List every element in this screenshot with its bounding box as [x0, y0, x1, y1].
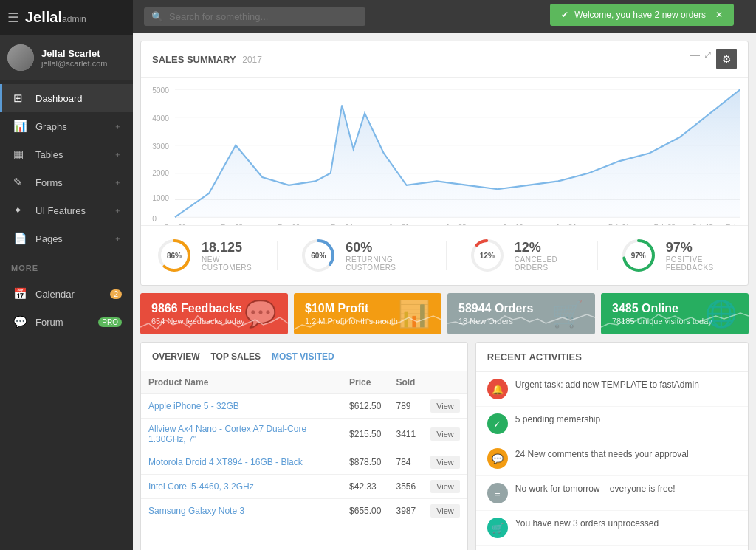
- sidebar-item-dashboard[interactable]: ⊞ Dashboard: [0, 84, 133, 112]
- summary-header: SALES SUMMARY 2017 — ⤢ ⚙: [141, 41, 748, 78]
- cell-product-name: Motorola Droid 4 XT894 - 16GB - Black: [141, 450, 342, 475]
- col-sold: Sold: [388, 371, 423, 394]
- svg-text:0: 0: [152, 213, 157, 222]
- overview-panel: OVERVIEW TOP SALES MOST VISITED Product …: [140, 342, 468, 550]
- view-button[interactable]: View: [430, 456, 460, 469]
- topbar: 🔍 ✔ Welcome, you have 2 new orders ✕: [133, 0, 756, 33]
- activity-icon: ≡: [487, 483, 508, 503]
- user-email: jellal@scarlet.com: [41, 59, 126, 68]
- view-button[interactable]: View: [430, 399, 460, 413]
- stat-desc-returning: RETURNING CUSTOMERS: [346, 255, 424, 272]
- svg-text:Dec 01: Dec 01: [164, 222, 185, 225]
- svg-text:Feb 08: Feb 08: [654, 222, 676, 225]
- stat-value-positive: 97%: [666, 240, 733, 255]
- stat-ring-new-customers: 86%: [156, 237, 193, 274]
- metric-card-feedbacks: 9866 Feedbacks 654 New feedbacks today 💬: [140, 293, 288, 334]
- sidebar-item-ui-features[interactable]: ✦ UI Features ＋: [0, 196, 133, 224]
- cell-sold: 3987: [388, 499, 423, 523]
- cell-view: View: [423, 394, 467, 419]
- search-icon: 🔍: [151, 11, 163, 22]
- product-link[interactable]: Samsung Galaxy Note 3: [148, 506, 244, 516]
- forum-badge: PRO: [98, 317, 122, 327]
- cell-price: $655.00: [342, 499, 388, 523]
- settings-button[interactable]: ⚙: [716, 49, 737, 69]
- activity-text: No work for tomorrow – everyone is free!: [515, 483, 676, 495]
- sidebar: ☰ Jellaladmin Jellal Scarlet jellal@scar…: [0, 0, 133, 550]
- svg-text:Dec 24: Dec 24: [331, 222, 353, 225]
- hamburger-icon[interactable]: ☰: [7, 10, 19, 26]
- activity-item: 🔔 Urgent task: add new TEMPLATE to fastA…: [476, 372, 748, 407]
- cell-view: View: [423, 499, 467, 523]
- cell-product-name: Allview Ax4 Nano - Cortex A7 Dual-Core 1…: [141, 419, 342, 450]
- product-link[interactable]: Apple iPhone 5 - 32GB: [148, 401, 239, 411]
- stat-desc-positive: POSITIVE FEEDBACKS: [666, 255, 733, 272]
- svg-text:Feb 01: Feb 01: [608, 222, 630, 225]
- table-row: Intel Core i5-4460, 3.2GHz $42.33 3556 V…: [141, 475, 467, 499]
- expand-icon: ＋: [114, 121, 122, 132]
- view-button[interactable]: View: [430, 427, 460, 441]
- ui-features-icon: ✦: [13, 204, 28, 217]
- user-name: Jellal Scarlet: [41, 48, 126, 59]
- cell-sold: 789: [388, 394, 423, 419]
- stat-value-new-customers: 18.125: [202, 240, 255, 255]
- table-row: Allview Ax4 Nano - Cortex A7 Dual-Core 1…: [141, 419, 467, 450]
- tab-most-visited[interactable]: MOST VISITED: [272, 351, 334, 362]
- search-bar[interactable]: 🔍: [144, 7, 365, 26]
- expand-icon[interactable]: ⤢: [704, 49, 712, 69]
- pages-icon: 📄: [13, 232, 28, 245]
- cell-price: $42.33: [342, 475, 388, 499]
- svg-text:1000: 1000: [152, 193, 169, 202]
- activity-text: Urgent task: add new TEMPLATE to fastAdm…: [515, 379, 699, 391]
- product-link[interactable]: Allview Ax4 Nano - Cortex A7 Dual-Core 1…: [148, 424, 306, 444]
- product-link[interactable]: Intel Core i5-4460, 3.2GHz: [148, 481, 254, 492]
- sidebar-item-pages[interactable]: 📄 Pages ＋: [0, 224, 133, 252]
- minimize-icon[interactable]: —: [690, 49, 700, 69]
- table-row: Motorola Droid 4 XT894 - 16GB - Black $8…: [141, 450, 467, 475]
- sidebar-item-forum[interactable]: 💬 Forum PRO: [0, 308, 133, 336]
- svg-text:Jan 24: Jan 24: [556, 222, 577, 225]
- forms-icon: ✎: [13, 176, 28, 189]
- sidebar-item-tables[interactable]: ▦ Tables ＋: [0, 140, 133, 168]
- tab-top-sales[interactable]: TOP SALES: [210, 351, 261, 362]
- sidebar-item-label: Graphs: [35, 121, 67, 132]
- product-link[interactable]: Motorola Droid 4 XT894 - 16GB - Black: [148, 457, 303, 467]
- sales-summary-panel: SALES SUMMARY 2017 — ⤢ ⚙ 5000 4000 3000 …: [140, 41, 749, 286]
- cell-product-name: Samsung Galaxy Note 3: [141, 499, 342, 523]
- forum-icon: 💬: [13, 315, 28, 329]
- stat-value-returning: 60%: [346, 240, 424, 255]
- stat-ring-positive: 97%: [620, 237, 657, 274]
- sales-chart: 5000 4000 3000 2000 1000 0: [148, 81, 740, 225]
- sidebar-item-calendar[interactable]: 📅 Calendar 2: [0, 280, 133, 308]
- content-area: SALES SUMMARY 2017 — ⤢ ⚙ 5000 4000 3000 …: [133, 33, 756, 550]
- tab-overview[interactable]: OVERVIEW: [152, 351, 199, 362]
- sidebar-item-label: UI Features: [35, 205, 86, 216]
- sidebar-item-label: Pages: [35, 233, 63, 244]
- view-button[interactable]: View: [430, 480, 460, 493]
- notification-text: Welcome, you have 2 new orders: [574, 10, 706, 20]
- user-section: Jellal Scarlet jellal@scarlet.com: [0, 35, 133, 80]
- table-row: Apple iPhone 5 - 32GB $612.50 789 View: [141, 394, 467, 419]
- logo: Jellaladmin: [25, 9, 86, 26]
- cell-price: $878.50: [342, 450, 388, 475]
- stat-ring-returning: 60%: [300, 237, 337, 274]
- chart-container: 5000 4000 3000 2000 1000 0: [141, 78, 748, 225]
- activity-item: 📈 Generate the finance report for the pr…: [476, 546, 748, 550]
- close-notification-icon[interactable]: ✕: [715, 10, 723, 20]
- sidebar-item-graphs[interactable]: 📊 Graphs ＋: [0, 112, 133, 140]
- cell-sold: 784: [388, 450, 423, 475]
- col-price: Price: [342, 371, 388, 394]
- search-input[interactable]: [169, 11, 358, 22]
- stat-canceled-orders: 12% 12% CANCELED ORDERS: [469, 237, 575, 274]
- stat-desc-canceled: CANCELED ORDERS: [515, 255, 575, 272]
- bottom-section: OVERVIEW TOP SALES MOST VISITED Product …: [140, 342, 749, 550]
- calendar-badge: 2: [110, 289, 122, 299]
- view-button[interactable]: View: [430, 504, 460, 518]
- sidebar-item-forms[interactable]: ✎ Forms ＋: [0, 168, 133, 196]
- col-action: [423, 371, 467, 394]
- avatar: [7, 44, 34, 71]
- tables-icon: ▦: [13, 148, 28, 161]
- svg-text:Jan 08: Jan 08: [446, 222, 467, 225]
- expand-icon: ＋: [114, 177, 122, 188]
- summary-actions: — ⤢ ⚙: [690, 49, 737, 69]
- cell-view: View: [423, 450, 467, 475]
